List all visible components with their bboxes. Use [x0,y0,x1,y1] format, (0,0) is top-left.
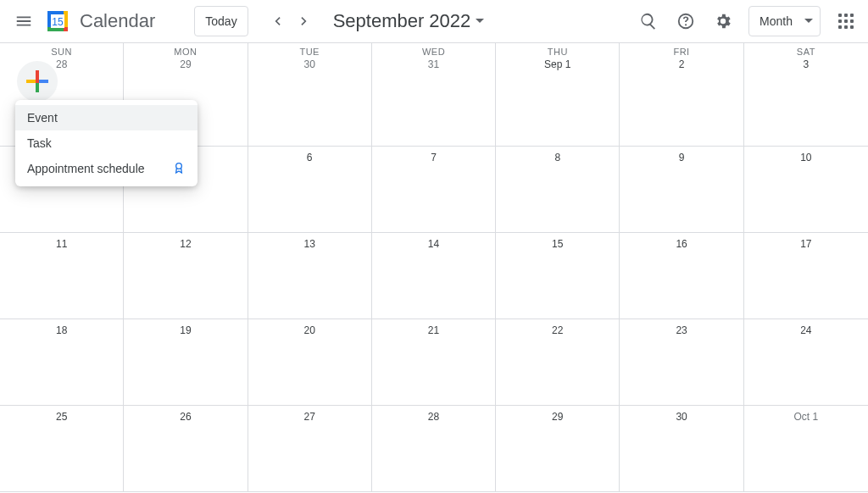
date-cell[interactable]: 3 [744,58,868,147]
date-label: 20 [248,319,371,336]
create-menu-event[interactable]: Event [15,105,198,130]
date-cell[interactable]: 11 [0,233,124,319]
create-menu-appointment-schedule[interactable]: Appointment schedule [15,156,198,181]
dropdown-arrow-icon [804,17,813,25]
date-cell[interactable]: 27 [248,406,372,492]
gear-icon [714,12,732,30]
date-cell[interactable]: 26 [124,406,248,492]
dow-header: MON [124,43,248,58]
dow-header: FRI [620,43,743,58]
create-menu: Event Task Appointment schedule [15,100,198,186]
date-label: 8 [496,147,619,163]
settings-button[interactable] [706,4,740,38]
date-cell[interactable]: 13 [248,233,372,319]
date-cell[interactable]: 20 [248,319,372,406]
date-cell[interactable]: 25 [0,406,124,492]
date-cell[interactable]: 30 [620,406,743,492]
date-label: 3 [744,58,868,70]
date-label: 10 [744,147,868,163]
date-cell[interactable]: 8 [496,147,620,233]
current-month-dropdown[interactable]: September 2022 [333,10,485,32]
chevron-right-icon [296,13,313,30]
search-icon [639,12,658,30]
date-label: 30 [620,406,743,423]
date-cell[interactable]: Oct 1 [744,406,868,492]
hamburger-icon [14,12,33,30]
dow-header: WED [372,43,496,58]
date-cell[interactable]: 18 [0,319,124,406]
date-cell[interactable]: 28 [372,406,496,492]
date-cell[interactable]: 14 [372,233,496,319]
help-button[interactable] [669,4,703,38]
date-cell[interactable]: 6 [248,147,372,233]
create-button[interactable] [17,61,58,102]
next-month-button[interactable] [291,8,318,35]
main-menu-button[interactable] [7,4,41,38]
plus-icon [26,70,48,92]
date-label: 27 [248,406,371,423]
dropdown-arrow-icon [476,17,484,25]
date-cell[interactable]: 29 [496,406,620,492]
date-label: 18 [0,319,123,336]
date-label: 6 [248,147,371,163]
date-label: 29 [496,406,619,423]
date-label: 28 [372,406,495,423]
date-label: 25 [0,406,123,423]
date-label: 26 [124,406,247,423]
date-label: Sep 1 [496,58,619,70]
date-cell[interactable]: 15 [496,233,620,319]
month-nav [264,8,318,35]
date-cell[interactable]: 10 [744,147,868,233]
date-label: 12 [124,233,247,250]
dow-header: TUE [248,43,372,58]
date-cell[interactable]: 30 [248,58,372,147]
svg-point-7 [176,163,182,169]
apps-button[interactable] [829,4,863,38]
date-cell[interactable]: 7 [372,147,496,233]
date-cell[interactable]: 21 [372,319,496,406]
date-label: 22 [496,319,619,336]
menu-item-label: Event [27,111,58,125]
date-cell[interactable]: 17 [744,233,868,319]
date-cell[interactable]: Sep 1 [496,58,620,147]
date-label: 23 [620,319,743,336]
date-cell[interactable]: 24 [744,319,868,406]
dow-header: SAT [744,43,868,58]
date-label: 31 [372,58,495,70]
date-label: 14 [372,233,495,250]
prev-month-button[interactable] [264,8,291,35]
date-label: 15 [496,233,619,250]
calendar-logo: 15 [44,8,71,35]
date-label: 13 [248,233,371,250]
date-label: 11 [0,233,123,250]
apps-grid-icon [838,14,854,29]
date-cell[interactable]: 16 [620,233,743,319]
search-button[interactable] [632,4,665,38]
date-label: 28 [0,58,123,70]
logo-date: 15 [44,8,71,35]
app-header: 15 Calendar Today September 2022 Month [0,0,868,42]
date-cell[interactable]: 23 [620,319,743,406]
date-label: 29 [124,58,247,70]
help-icon [676,12,695,30]
date-cell[interactable]: 31 [372,58,496,147]
date-cell[interactable]: 19 [124,319,248,406]
dow-header: SUN [0,43,124,58]
date-label: 17 [744,233,868,250]
date-label: 9 [620,147,743,163]
create-menu-task[interactable]: Task [15,130,198,156]
date-label: Oct 1 [744,406,868,423]
chevron-left-icon [269,13,286,30]
date-cell[interactable]: 12 [124,233,248,319]
date-cell[interactable]: 9 [620,147,743,233]
date-label: 7 [372,147,495,163]
view-select-label: Month [760,14,793,28]
date-cell[interactable]: 22 [496,319,620,406]
dow-header: THU [496,43,620,58]
app-name: Calendar [80,10,155,32]
date-cell[interactable]: 2 [620,58,743,147]
view-select[interactable]: Month [748,6,821,36]
today-button[interactable]: Today [194,6,248,36]
date-label: 19 [124,319,247,336]
date-label: 24 [744,319,868,336]
